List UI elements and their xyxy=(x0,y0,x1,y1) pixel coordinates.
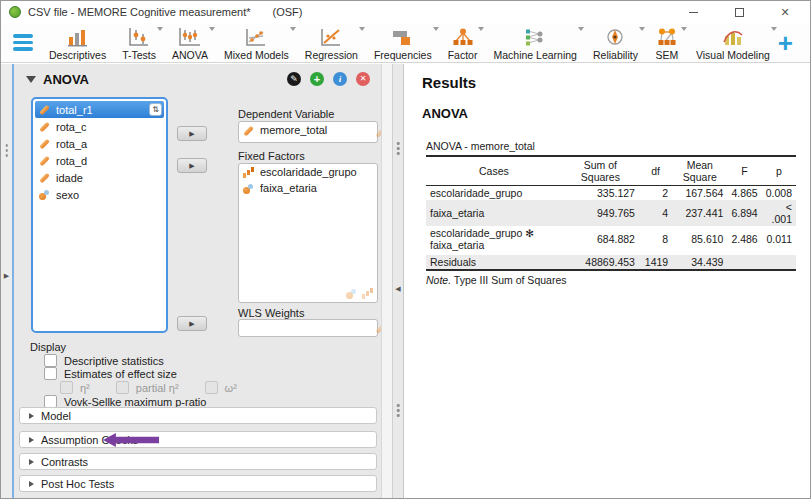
display-section-label: Display xyxy=(30,341,66,353)
anova-results-table: Cases Sum of Squares df Mean Square F p … xyxy=(426,155,796,271)
variable-item[interactable]: rota_c xyxy=(35,118,164,135)
close-analysis-icon[interactable]: ✕ xyxy=(356,72,370,86)
ribbon-button-descriptives[interactable]: Descriptives xyxy=(41,23,114,62)
panel-splitter[interactable]: ◀ xyxy=(392,64,404,498)
edit-title-icon[interactable]: ✎ xyxy=(287,72,301,86)
analysis-header[interactable]: ANOVA xyxy=(26,72,89,87)
scale-variable-icon xyxy=(38,137,51,150)
scale-variable-icon xyxy=(38,154,51,167)
ribbon-button-machine-learning[interactable]: Machine Learning xyxy=(485,23,584,62)
splitter-drag-handle-icon[interactable] xyxy=(397,142,400,155)
dropdown-arrow-icon xyxy=(578,27,584,31)
dropdown-arrow-icon xyxy=(478,27,484,31)
add-module-button[interactable]: + xyxy=(778,32,793,54)
variable-item[interactable]: rota_d xyxy=(35,152,164,169)
bar-chart-icon xyxy=(65,26,91,48)
dependent-variable-box[interactable]: memore_total xyxy=(238,121,378,143)
info-icon[interactable]: i xyxy=(333,72,347,86)
variable-item[interactable]: rota_a xyxy=(35,135,164,152)
close-icon: ✕ xyxy=(780,7,789,18)
wls-weights-box[interactable] xyxy=(238,319,378,337)
checkbox-icon[interactable] xyxy=(44,367,57,380)
close-button[interactable]: ✕ xyxy=(774,4,796,20)
path-diagram-icon xyxy=(654,26,680,48)
dropdown-arrow-icon xyxy=(290,27,296,31)
ribbon-button-visual-modeling[interactable]: Visual Modeling xyxy=(688,23,778,62)
dropdown-arrow-icon xyxy=(433,27,439,31)
checkbox-eta-squared: η² xyxy=(60,381,90,394)
ribbon-button-factor[interactable]: Factor xyxy=(440,23,486,62)
frequencies-icon xyxy=(390,26,416,48)
variable-item[interactable]: sexo xyxy=(35,186,164,203)
expand-section-icon xyxy=(29,481,34,487)
checkbox-descriptive-statistics[interactable]: Descriptive statistics xyxy=(44,354,164,367)
network-icon xyxy=(522,26,548,48)
data-panel-splitter[interactable]: ▶ xyxy=(1,64,14,498)
assign-dependent-button[interactable]: ▶ xyxy=(177,126,207,141)
collapse-analysis-icon[interactable] xyxy=(26,76,36,83)
assign-wls-button[interactable]: ▶ xyxy=(177,316,207,331)
allowed-type-nominal-icon xyxy=(345,287,358,300)
effect-size-options: η² partial η² ω² xyxy=(60,381,237,394)
available-variables-list[interactable]: total_r1 ⇅ rota_c rota_a rota_d id xyxy=(31,97,168,333)
checkbox-icon[interactable] xyxy=(44,354,57,367)
minimize-button[interactable] xyxy=(682,4,704,20)
sort-variables-icon[interactable]: ⇅ xyxy=(149,103,162,116)
minimize-icon xyxy=(689,12,698,13)
results-panel: Results ANOVA ANOVA - memore_total Cases… xyxy=(404,64,810,498)
splitter-drag-handle-icon[interactable] xyxy=(5,144,8,157)
scale-variable-icon xyxy=(38,103,51,116)
variable-item[interactable]: total_r1 ⇅ xyxy=(35,101,164,118)
options-scrollbar[interactable] xyxy=(381,64,392,498)
expand-data-panel-icon[interactable]: ▶ xyxy=(4,272,9,279)
dropdown-arrow-icon xyxy=(359,27,365,31)
assigned-variable[interactable]: faixa_etaria xyxy=(239,180,377,196)
analysis-actions: ✎ + i ✕ xyxy=(287,72,370,86)
maximize-button[interactable] xyxy=(728,4,750,20)
ribbon-button-mixed-models[interactable]: Mixed Models xyxy=(216,23,297,62)
dropdown-arrow-icon xyxy=(639,27,645,31)
title-bar: CSV file - MEMORE Cognitive measurement*… xyxy=(1,1,810,23)
results-title: Results xyxy=(422,74,476,91)
main-area: ▶ ANOVA ✎ + i ✕ total_r1 ⇅ xyxy=(1,64,810,498)
variable-item[interactable]: idade xyxy=(35,169,164,186)
ribbon-button-frequencies[interactable]: Frequencies xyxy=(366,23,440,62)
checkbox-omega-squared: ω² xyxy=(205,381,237,394)
assigned-variable[interactable]: memore_total xyxy=(239,122,377,138)
window-title-suffix: (OSF) xyxy=(273,6,303,18)
jasp-logo-icon xyxy=(9,6,21,18)
table-title: ANOVA - memore_total xyxy=(426,140,796,152)
ribbon-button-t-tests[interactable]: T-Tests xyxy=(114,23,164,62)
assign-fixed-factors-button[interactable]: ▶ xyxy=(177,158,207,173)
scale-variable-icon xyxy=(242,124,255,137)
table-note: Note. Type III Sum of Squares xyxy=(426,274,796,286)
section-contrasts[interactable]: Contrasts xyxy=(19,453,377,470)
dropdown-arrow-icon xyxy=(157,27,163,31)
anova-options-panel: ANOVA ✎ + i ✕ total_r1 ⇅ rota_c xyxy=(14,64,392,498)
analysis-title: ANOVA xyxy=(43,72,89,87)
splitter-drag-handle-icon[interactable] xyxy=(397,404,400,417)
ribbon-label: Descriptives xyxy=(49,49,106,61)
section-model[interactable]: Model xyxy=(19,407,377,424)
section-assumption-checks[interactable]: Assumption Checks xyxy=(19,431,377,448)
ribbon-button-anova[interactable]: ANOVA xyxy=(164,23,216,62)
table-row: faixa_etaria 949.765 4 237.441 6.894 < .… xyxy=(426,200,796,226)
ordinal-variable-icon xyxy=(242,166,255,179)
ribbon-button-reliability[interactable]: Reliability xyxy=(585,23,646,62)
compass-icon xyxy=(602,26,628,48)
assigned-variable[interactable]: escolaridade_grupo xyxy=(239,164,377,180)
collapse-options-panel-icon[interactable]: ◀ xyxy=(395,285,400,292)
ribbon-button-sem[interactable]: SEM xyxy=(646,23,688,62)
checkbox-estimates-effect-size[interactable]: Estimates of effect size xyxy=(44,367,177,380)
mixed-models-icon xyxy=(243,26,269,48)
dropdown-arrow-icon xyxy=(681,27,687,31)
checkbox-icon xyxy=(60,381,73,394)
ribbon-button-regression[interactable]: Regression xyxy=(297,23,366,62)
checkbox-icon xyxy=(116,381,129,394)
table-row-residuals: Residuals 48869.453 1419 34.439 xyxy=(426,254,796,271)
maximize-icon xyxy=(735,8,744,17)
duplicate-analysis-icon[interactable]: + xyxy=(310,72,324,86)
fixed-factors-box[interactable]: escolaridade_grupo faixa_etaria xyxy=(238,163,378,303)
section-post-hoc-tests[interactable]: Post Hoc Tests xyxy=(19,475,377,492)
hamburger-menu-button[interactable] xyxy=(13,30,33,56)
